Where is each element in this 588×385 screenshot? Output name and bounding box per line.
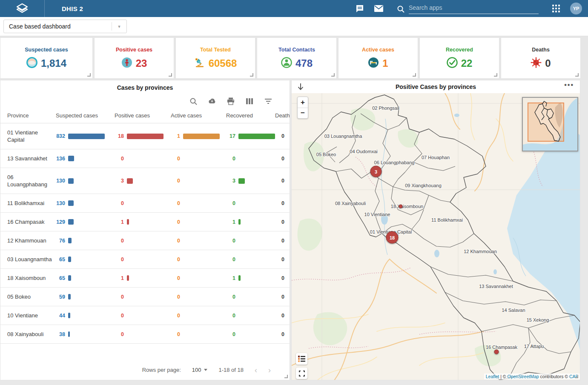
pagination-range: 1-18 of 18: [218, 367, 244, 373]
recovered-cell: 0: [226, 307, 275, 324]
table-toolbar: [0, 91, 290, 108]
data-bar: [68, 219, 74, 225]
dashboard-selector[interactable]: Case based dashboard ▾: [3, 20, 127, 33]
next-page-button[interactable]: ›: [268, 368, 271, 373]
stat-card[interactable]: Deaths 0: [501, 37, 581, 79]
stat-card-value: 22: [461, 57, 473, 69]
case-cluster-marker[interactable]: 3: [370, 166, 382, 177]
suspected-cell: 76: [56, 232, 115, 249]
positive-cell: 3: [115, 172, 171, 189]
attribution-link[interactable]: OpenStreetMap: [508, 374, 539, 379]
data-bar: [68, 200, 74, 206]
stat-card-value: 0: [545, 57, 551, 69]
stat-card[interactable]: Recovered 22: [419, 37, 499, 79]
province-label: 03 Louangnamtha: [324, 134, 362, 139]
attribution-link[interactable]: CAF: [569, 374, 578, 379]
data-bar: [238, 275, 241, 281]
data-bar: [68, 331, 70, 337]
user-avatar[interactable]: YP: [570, 3, 582, 14]
leaflet-map[interactable]: 02 Phongsali03 Louangnamtha04 Oudomxai05…: [292, 93, 580, 380]
zoom-in-button[interactable]: +: [298, 97, 308, 108]
deaths-cell: 0: [275, 128, 290, 145]
column-header[interactable]: Province: [0, 112, 56, 119]
table-row[interactable]: 06 Louangphabang 1303030: [0, 168, 290, 194]
legend-button[interactable]: [296, 353, 307, 365]
column-header[interactable]: Suspected cases: [56, 112, 115, 119]
table-row[interactable]: 16 Champasak 1291010: [0, 213, 290, 231]
column-header[interactable]: Active cases: [171, 112, 226, 119]
attribution-text: | ©: [499, 374, 507, 379]
zoom-out-button[interactable]: −: [298, 108, 308, 118]
apps-grid-icon[interactable]: [551, 4, 561, 13]
download-arrow-icon[interactable]: [297, 83, 304, 93]
stat-card[interactable]: Positive cases 23: [94, 37, 174, 79]
case-cluster-marker[interactable]: 18: [386, 231, 399, 244]
column-header[interactable]: Positive cases: [115, 112, 171, 119]
top-app-bar: DHIS 2 Search apps YP: [0, 0, 588, 17]
case-dot-marker[interactable]: [494, 350, 499, 354]
table-row[interactable]: 10 Vientiane 440000: [0, 306, 290, 325]
province-label: 05 Bokeo: [316, 152, 336, 157]
data-bar: [183, 134, 220, 139]
print-icon[interactable]: [227, 97, 235, 106]
download-icon[interactable]: [208, 97, 216, 106]
stat-card-value: 1: [382, 57, 388, 69]
mail-icon[interactable]: [374, 4, 383, 13]
stat-card[interactable]: Suspected cases 1,814: [0, 37, 93, 79]
search-apps-input[interactable]: Search apps: [409, 3, 539, 14]
column-header[interactable]: Recovered: [226, 112, 275, 119]
table-row[interactable]: 08 Xainyabouli 380000: [0, 325, 290, 344]
deaths-cell: 0: [275, 288, 290, 305]
prev-page-button[interactable]: ‹: [255, 368, 257, 373]
active-cell: 0: [171, 214, 226, 231]
table-row[interactable]: 18 Xaisomboun 651010: [0, 269, 290, 288]
messages-icon[interactable]: [355, 4, 364, 13]
mask-face-icon: [26, 57, 37, 70]
province-label: 10 Vientiane: [364, 212, 390, 217]
table-row[interactable]: 03 Louangnamtha 650000: [0, 250, 290, 269]
province-cell: 13 Savannakhet: [0, 149, 56, 168]
province-label: 13 Savannakhet: [479, 284, 513, 289]
overview-minimap[interactable]: [522, 97, 578, 151]
data-bar: [68, 313, 70, 318]
fullscreen-button[interactable]: [296, 368, 307, 379]
table-row[interactable]: 12 Khammouan 760000: [0, 231, 290, 250]
more-options-icon[interactable]: •••: [564, 81, 574, 89]
map-panel-title: Positive Cases by provinces: [292, 83, 580, 90]
column-header[interactable]: Deaths: [275, 112, 290, 119]
stat-card-label: Deaths: [532, 47, 550, 53]
positive-cell: 0: [115, 195, 171, 212]
search-icon[interactable]: [189, 97, 198, 106]
stat-card[interactable]: Active cases 1: [338, 37, 418, 79]
table-row[interactable]: 13 Savannakhet 1360000: [0, 149, 290, 168]
case-dot-marker[interactable]: [399, 205, 403, 208]
patient-bed-icon: [368, 57, 379, 70]
stat-card[interactable]: Total Contacts 478: [257, 37, 337, 79]
app-title: DHIS 2: [45, 5, 100, 12]
stat-card[interactable]: Total Tested 60568: [175, 37, 255, 79]
rows-per-page-select[interactable]: 100: [192, 367, 208, 373]
province-cell: 10 Vientiane: [0, 306, 56, 325]
stat-card-label: Positive cases: [116, 47, 152, 53]
columns-icon[interactable]: [245, 97, 254, 106]
recovered-cell: 0: [226, 150, 275, 167]
active-cell: 0: [171, 195, 226, 212]
table-body: 01 Vientiane Capital 832181170 13 Savann…: [0, 123, 290, 344]
table-row[interactable]: 01 Vientiane Capital 832181170: [0, 123, 290, 149]
deaths-cell: 0: [275, 195, 290, 212]
table-row[interactable]: 11 Bolikhamxai 1300000: [0, 194, 290, 213]
active-cell: 1: [171, 128, 226, 145]
table-header-row: ProvinceSuspected casesPositive casesAct…: [0, 108, 290, 123]
province-label: 17 Attapu: [524, 344, 544, 349]
recovered-cell: 1: [226, 214, 275, 231]
recovered-cell: 0: [226, 326, 275, 343]
province-cell: 11 Bolikhamxai: [0, 194, 56, 212]
suspected-cell: 832: [56, 128, 115, 145]
data-bar: [238, 134, 275, 139]
dhis2-logo[interactable]: [0, 0, 45, 17]
search-icon[interactable]: [396, 5, 405, 14]
attribution-link[interactable]: Leaflet: [486, 374, 499, 379]
table-row[interactable]: 05 Bokeo 590000: [0, 288, 290, 306]
chevron-down-icon: [204, 369, 207, 371]
filter-icon[interactable]: [264, 97, 272, 106]
